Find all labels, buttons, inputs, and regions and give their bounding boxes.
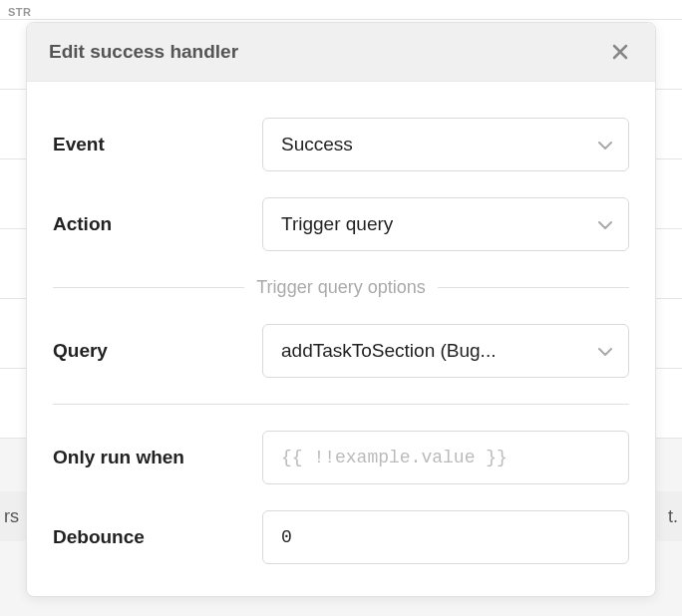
action-row: Action Trigger query <box>53 197 629 251</box>
edit-handler-modal: Edit success handler Event Success <box>26 22 656 597</box>
chevron-down-icon <box>598 215 612 233</box>
background-bottom-left: rs <box>4 506 19 527</box>
debounce-row: Debounce <box>53 510 629 564</box>
close-button[interactable] <box>607 39 633 65</box>
query-row: Query addTaskToSection (Bug... <box>53 324 629 378</box>
chevron-down-icon <box>598 342 612 360</box>
query-select[interactable]: addTaskToSection (Bug... <box>262 324 629 378</box>
only-run-when-row: Only run when <box>53 431 629 484</box>
event-select[interactable]: Success <box>262 118 629 171</box>
divider-line <box>53 287 244 288</box>
action-select-value: Trigger query <box>281 213 393 235</box>
query-select-value: addTaskToSection (Bug... <box>281 340 496 362</box>
query-label: Query <box>53 340 262 362</box>
modal-title: Edit success handler <box>49 41 238 63</box>
event-row: Event Success <box>53 118 629 171</box>
section-divider: Trigger query options <box>53 277 629 298</box>
background-bottom-right: t. <box>668 506 678 527</box>
debounce-label: Debounce <box>53 526 262 548</box>
modal-body: Event Success Action Trigger query <box>27 82 655 596</box>
horizontal-rule <box>53 404 629 405</box>
debounce-input[interactable] <box>262 510 629 564</box>
event-label: Event <box>53 134 262 155</box>
only-run-when-input[interactable] <box>262 431 629 484</box>
background-row: STR <box>0 0 682 20</box>
only-run-when-label: Only run when <box>53 447 262 468</box>
action-select[interactable]: Trigger query <box>262 197 629 251</box>
action-label: Action <box>53 213 262 235</box>
divider-label: Trigger query options <box>256 277 425 298</box>
chevron-down-icon <box>598 136 612 154</box>
event-select-value: Success <box>281 134 353 155</box>
divider-line <box>438 287 629 288</box>
close-icon <box>611 43 629 61</box>
modal-header: Edit success handler <box>27 23 655 82</box>
